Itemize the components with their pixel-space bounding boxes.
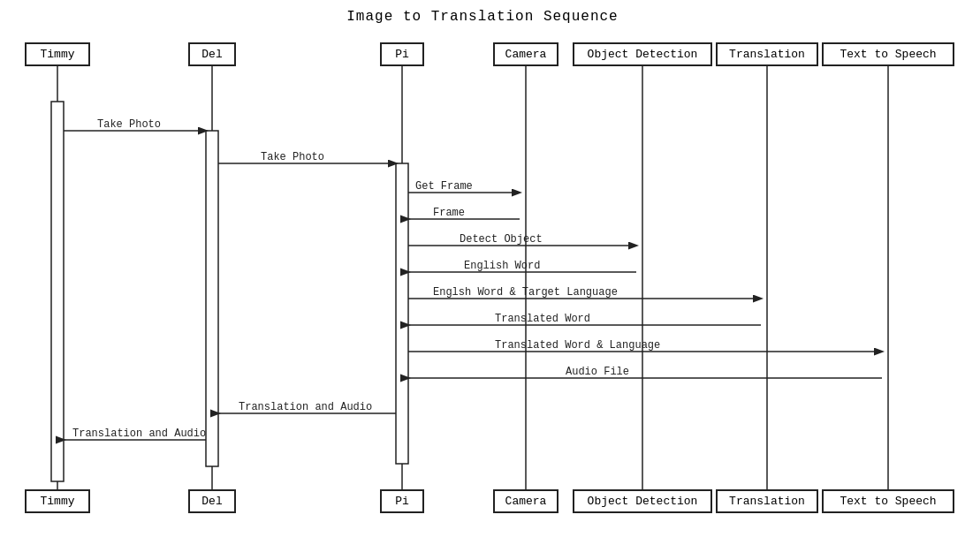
lifeline-box-del-bottom: Del <box>188 489 236 513</box>
svg-text:Translated Word & Language: Translated Word & Language <box>495 339 660 352</box>
lifeline-box-object-detection-bottom: Object Detection <box>573 489 712 513</box>
lifeline-box-camera-top: Camera <box>493 42 558 66</box>
sequence-diagram: Image to Translation Sequence Take Photo… <box>0 0 965 560</box>
svg-text:Translated Word: Translated Word <box>495 313 590 325</box>
lifeline-box-timmy-bottom: Timmy <box>25 489 90 513</box>
svg-rect-9 <box>396 163 408 464</box>
lifeline-box-translation-top: Translation <box>716 42 818 66</box>
lifeline-box-text-to-speech-bottom: Text to Speech <box>822 489 954 513</box>
lifeline-box-pi-top: Pi <box>380 42 424 66</box>
lifeline-box-translation-bottom: Translation <box>716 489 818 513</box>
svg-text:Translation and Audio: Translation and Audio <box>72 428 206 440</box>
svg-text:Get Frame: Get Frame <box>415 180 473 193</box>
lifeline-box-camera-bottom: Camera <box>493 489 558 513</box>
lifeline-box-del-top: Del <box>188 42 236 66</box>
svg-rect-8 <box>206 131 218 466</box>
svg-text:English Word: English Word <box>464 260 540 272</box>
svg-text:Take Photo: Take Photo <box>97 118 161 131</box>
diagram-title: Image to Translation Sequence <box>0 0 965 25</box>
svg-text:Translation and Audio: Translation and Audio <box>239 401 372 413</box>
lifeline-box-pi-bottom: Pi <box>380 489 424 513</box>
svg-rect-7 <box>51 102 64 481</box>
svg-text:Englsh Word & Target Language: Englsh Word & Target Language <box>433 286 618 299</box>
svg-text:Frame: Frame <box>433 207 465 219</box>
arrows-layer: Take Photo Take Photo Get Frame Frame De… <box>0 0 965 560</box>
svg-text:Detect Object: Detect Object <box>460 233 543 246</box>
lifeline-box-object-detection-top: Object Detection <box>573 42 712 66</box>
svg-text:Take Photo: Take Photo <box>261 151 324 163</box>
svg-text:Audio File: Audio File <box>566 366 629 378</box>
lifeline-box-timmy-top: Timmy <box>25 42 90 66</box>
lifeline-box-text-to-speech-top: Text to Speech <box>822 42 954 66</box>
